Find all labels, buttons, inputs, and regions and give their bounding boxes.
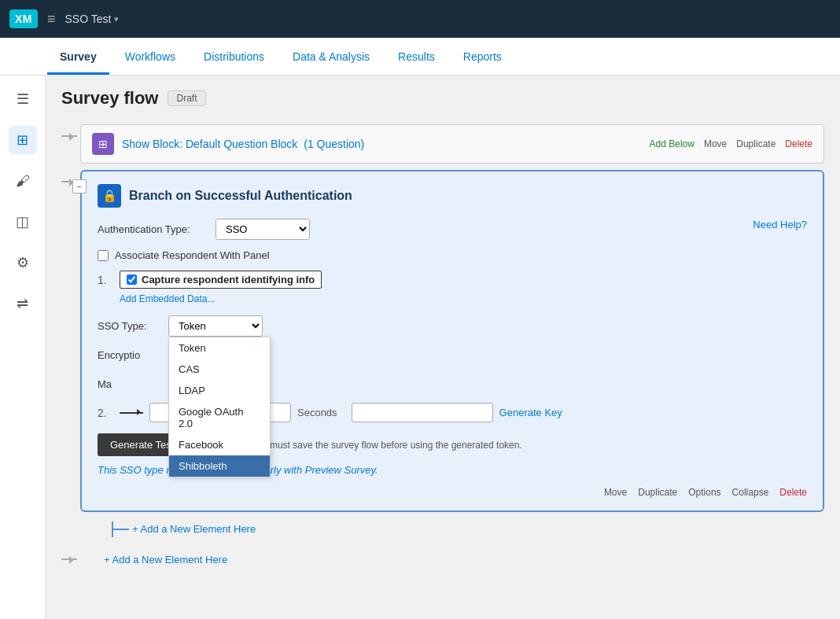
dropdown-item-ldap[interactable]: LDAP (169, 380, 270, 401)
collapse-button[interactable]: − (72, 179, 87, 193)
associate-respondent-checkbox[interactable] (98, 250, 109, 261)
show-block-row: ⊞ Show Block: Default Question Block (1 … (61, 124, 824, 164)
block-icon: ⊞ (92, 133, 114, 155)
associate-respondent-label: Associate Respondent With Panel (115, 249, 270, 261)
sso-type-label: SSO Type: (98, 320, 160, 332)
sidebar-icon-list[interactable]: ☰ (9, 85, 37, 113)
sidebar-icon-layers[interactable]: ⊞ (9, 126, 37, 154)
add-element-bottom-row: + Add a New Element Here (61, 547, 824, 572)
auth-type-select[interactable]: SSO CAS LDAP (216, 219, 310, 240)
branch-move-link[interactable]: Move (604, 487, 627, 498)
dropdown-item-facebook[interactable]: Facebook (169, 434, 270, 455)
sso-type-row: SSO Type: Token Token CAS LDAP Google OA… (98, 315, 807, 337)
auth-type-label: Authentication Type: (98, 223, 208, 235)
sso-dropdown-menu: Token CAS LDAP Google OAuth 2.0 Facebook… (168, 337, 271, 477)
tab-survey[interactable]: Survey (47, 41, 109, 75)
page-header: Survey flow Draft (61, 88, 824, 109)
draft-badge[interactable]: Draft (168, 90, 205, 106)
app-name-text: SSO Test (65, 13, 112, 25)
show-block-label: Show Block: Default Question Block (1 Qu… (122, 138, 364, 150)
tab-bar: Survey Workflows Distributions Data & An… (0, 38, 840, 76)
flow-container: ⊞ Show Block: Default Question Block (1 … (61, 124, 824, 572)
question-count: (1 Question) (304, 138, 364, 150)
dropdown-item-shibboleth[interactable]: Shibboleth (169, 455, 270, 477)
duplicate-link[interactable]: Duplicate (736, 138, 776, 149)
capture-row: 1. Capture respondent identifying info (98, 271, 807, 289)
arrow-step-icon (120, 412, 143, 414)
sidebar-icon-people[interactable]: ⚙ (9, 249, 37, 277)
branch-footer: Move Duplicate Options Collapse Delete (98, 487, 807, 498)
branch-outer: − Need Help? 🔒 Branch on Successful Auth… (80, 170, 824, 541)
app-name-chevron-icon: ▾ (114, 14, 119, 24)
capture-checkbox-box: Capture respondent identifying info (120, 271, 322, 289)
generate-key-link[interactable]: Generate Key (499, 407, 562, 418)
need-help-link[interactable]: Need Help? (753, 219, 807, 230)
tab-distributions[interactable]: Distributions (191, 41, 277, 75)
branch-block: Need Help? 🔒 Branch on Successful Authen… (80, 170, 824, 512)
ma-label: Ma (98, 378, 168, 390)
main-layout: ☰ ⊞ 🖌 ◫ ⚙ ⇌ Survey flow Draft ⊞ Show Blo… (0, 76, 840, 619)
dropdown-item-token[interactable]: Token (169, 337, 270, 359)
page-title: Survey flow (61, 88, 158, 109)
sidebar-icon-workflow[interactable]: ⇌ (9, 289, 37, 318)
branch-header: 🔒 Branch on Successful Authentication (98, 184, 807, 208)
dropdown-item-cas[interactable]: CAS (169, 359, 270, 380)
add-below-link[interactable]: Add Below (650, 138, 694, 149)
branch-collapse-link[interactable]: Collapse (732, 487, 769, 498)
app-name[interactable]: SSO Test ▾ (65, 13, 120, 25)
sso-type-select[interactable]: Token (168, 315, 263, 337)
lock-icon: 🔒 (98, 184, 121, 208)
add-sub-element-row: + Add a New Element Here (80, 517, 824, 541)
sidebar-icon-paint[interactable]: 🖌 (9, 167, 37, 195)
show-block-actions: Add Below Move Duplicate Delete (650, 138, 812, 149)
hamburger-menu[interactable]: ≡ (47, 11, 56, 28)
branch-delete-link[interactable]: Delete (779, 487, 807, 498)
tab-data-analysis[interactable]: Data & Analysis (280, 41, 382, 75)
arrow-right-icon-3 (61, 558, 77, 560)
branch-block-row: − Need Help? 🔒 Branch on Successful Auth… (61, 170, 824, 541)
xm-logo[interactable]: XM (9, 9, 38, 28)
sidebar: ☰ ⊞ 🖌 ◫ ⚙ ⇌ (0, 76, 46, 619)
branch-duplicate-link[interactable]: Duplicate (638, 487, 677, 498)
add-embedded-link[interactable]: Add Embedded Data... (120, 293, 807, 304)
arrow-right-icon (61, 135, 77, 137)
sidebar-icon-chart[interactable]: ◫ (9, 208, 37, 236)
content-area: Survey flow Draft ⊞ Show Block: Default … (46, 76, 840, 619)
step2-number: 2. (98, 407, 113, 419)
branch-title: Branch on Successful Authentication (129, 189, 352, 203)
seconds-label: Seconds (297, 407, 337, 418)
encryption-label: Encryptio (98, 349, 168, 361)
delete-link[interactable]: Delete (785, 138, 812, 149)
branch-options-link[interactable]: Options (688, 487, 720, 498)
add-element-bottom-link[interactable]: + Add a New Element Here (80, 547, 227, 572)
capture-checkbox[interactable] (127, 274, 137, 285)
step1-number: 1. (98, 274, 113, 286)
top-bar: XM ≡ SSO Test ▾ (0, 0, 840, 38)
dropdown-item-google[interactable]: Google OAuth 2.0 (169, 401, 270, 434)
auth-type-row: Authentication Type: SSO CAS LDAP (98, 219, 807, 240)
show-block: ⊞ Show Block: Default Question Block (1 … (80, 124, 824, 164)
connector-arrow-3 (61, 547, 77, 560)
add-element-inside-link[interactable]: + Add a New Element Here (129, 517, 256, 541)
sso-type-dropdown-container: Token Token CAS LDAP Google OAuth 2.0 Fa… (168, 315, 263, 337)
tab-results[interactable]: Results (385, 41, 448, 75)
tab-reports[interactable]: Reports (451, 41, 514, 75)
tab-workflows[interactable]: Workflows (112, 41, 188, 75)
key-input[interactable] (352, 403, 493, 422)
move-link[interactable]: Move (704, 138, 727, 149)
associate-respondent-row: Associate Respondent With Panel (98, 249, 807, 261)
connector-arrow-1 (61, 124, 77, 137)
capture-label: Capture respondent identifying info (142, 274, 315, 286)
